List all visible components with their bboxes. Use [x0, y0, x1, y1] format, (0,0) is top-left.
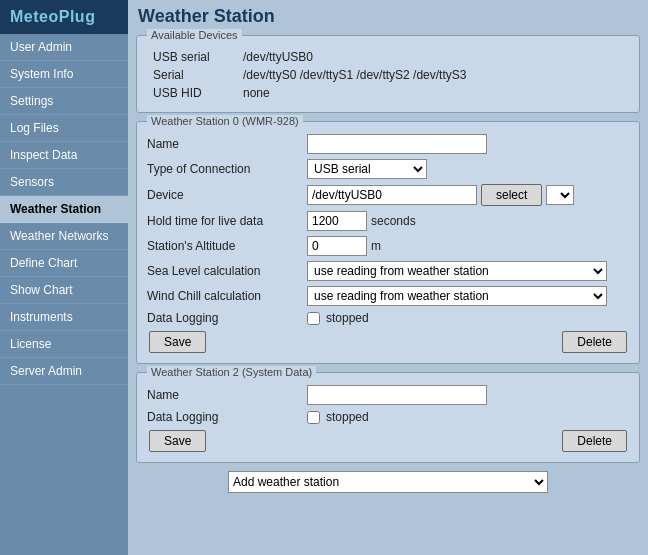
station0-sealevel-control: use reading from weather station — [307, 261, 607, 281]
station0-logging-control: stopped — [307, 311, 369, 325]
station0-device-row: Device select — [147, 184, 629, 206]
device-type: USB serial — [147, 48, 237, 66]
station0-altitude-input[interactable] — [307, 236, 367, 256]
sidebar-item-server-admin[interactable]: Server Admin — [0, 358, 128, 385]
logo: MeteoPlug — [0, 0, 128, 34]
station2-name-control — [307, 385, 487, 405]
available-devices-content: USB serial/dev/ttyUSB0Serial/dev/ttyS0 /… — [147, 48, 629, 102]
station0-logging-label: Data Logging — [147, 311, 307, 325]
sidebar-item-user-admin[interactable]: User Admin — [0, 34, 128, 61]
sidebar-item-define-chart[interactable]: Define Chart — [0, 250, 128, 277]
sidebar-item-weather-networks[interactable]: Weather Networks — [0, 223, 128, 250]
sidebar-item-inspect-data[interactable]: Inspect Data — [0, 142, 128, 169]
station0-name-row: Name — [147, 134, 629, 154]
device-row: USB serial/dev/ttyUSB0 — [147, 48, 629, 66]
available-devices-legend: Available Devices — [147, 29, 242, 41]
station2-logging-row: Data Logging stopped — [147, 410, 629, 424]
sidebar-item-sensors[interactable]: Sensors — [0, 169, 128, 196]
main-content: Weather Station Available Devices USB se… — [128, 0, 648, 555]
station0-connection-select[interactable]: USB serial Serial USB HID — [307, 159, 427, 179]
station0-connection-label: Type of Connection — [147, 162, 307, 176]
station0-connection-row: Type of Connection USB serial Serial USB… — [147, 159, 629, 179]
station0-windchill-control: use reading from weather station — [307, 286, 607, 306]
station2-logging-label: Data Logging — [147, 410, 307, 424]
station0-sealevel-select[interactable]: use reading from weather station — [307, 261, 607, 281]
station2-name-row: Name — [147, 385, 629, 405]
sidebar-item-weather-station[interactable]: Weather Station — [0, 196, 128, 223]
sidebar-item-license[interactable]: License — [0, 331, 128, 358]
station0-name-input[interactable] — [307, 134, 487, 154]
station0-name-label: Name — [147, 137, 307, 151]
station2-logging-status: stopped — [326, 410, 369, 424]
station0-logging-status: stopped — [326, 311, 369, 325]
available-devices-section: Available Devices USB serial/dev/ttyUSB0… — [136, 35, 640, 113]
station0-btn-row: Save Delete — [147, 331, 629, 353]
sidebar-item-system-info[interactable]: System Info — [0, 61, 128, 88]
station0-save-btn[interactable]: Save — [149, 331, 206, 353]
station0-altitude-unit: m — [371, 239, 381, 253]
sidebar-item-show-chart[interactable]: Show Chart — [0, 277, 128, 304]
add-station-select[interactable]: Add weather station — [228, 471, 548, 493]
station2-content: Name Data Logging stopped Save Delete — [147, 385, 629, 452]
station2-section: Weather Station 2 (System Data) Name Dat… — [136, 372, 640, 463]
station0-device-label: Device — [147, 188, 307, 202]
station0-windchill-select[interactable]: use reading from weather station — [307, 286, 607, 306]
station0-hold-label: Hold time for live data — [147, 214, 307, 228]
station0-hold-control: seconds — [307, 211, 416, 231]
station2-delete-btn[interactable]: Delete — [562, 430, 627, 452]
station0-altitude-control: m — [307, 236, 381, 256]
station0-device-select-btn[interactable]: select — [481, 184, 542, 206]
sidebar-item-instruments[interactable]: Instruments — [0, 304, 128, 331]
station0-hold-input[interactable] — [307, 211, 367, 231]
station0-altitude-label: Station's Altitude — [147, 239, 307, 253]
station0-content: Name Type of Connection USB serial Seria… — [147, 134, 629, 353]
page-title: Weather Station — [136, 6, 640, 27]
station0-hold-unit: seconds — [371, 214, 416, 228]
nav-list: User AdminSystem InfoSettingsLog FilesIn… — [0, 34, 128, 385]
station0-windchill-row: Wind Chill calculation use reading from … — [147, 286, 629, 306]
station0-sealevel-label: Sea Level calculation — [147, 264, 307, 278]
device-value: /dev/ttyUSB0 — [237, 48, 629, 66]
station0-logging-checkbox[interactable] — [307, 312, 320, 325]
station0-device-control: select — [307, 184, 574, 206]
station0-device-input[interactable] — [307, 185, 477, 205]
station0-connection-control: USB serial Serial USB HID — [307, 159, 427, 179]
logo-prefix: Meteo — [10, 8, 59, 25]
station2-name-input[interactable] — [307, 385, 487, 405]
device-row: USB HIDnone — [147, 84, 629, 102]
device-row: Serial/dev/ttyS0 /dev/ttyS1 /dev/ttyS2 /… — [147, 66, 629, 84]
station2-save-btn[interactable]: Save — [149, 430, 206, 452]
station0-device-dropdown[interactable] — [546, 185, 574, 205]
station0-altitude-row: Station's Altitude m — [147, 236, 629, 256]
station0-hold-row: Hold time for live data seconds — [147, 211, 629, 231]
sidebar-item-settings[interactable]: Settings — [0, 88, 128, 115]
devices-table: USB serial/dev/ttyUSB0Serial/dev/ttyS0 /… — [147, 48, 629, 102]
station0-windchill-label: Wind Chill calculation — [147, 289, 307, 303]
station2-name-label: Name — [147, 388, 307, 402]
add-station-row: Add weather station — [136, 471, 640, 493]
logo-suffix: Plug — [59, 8, 96, 25]
device-value: /dev/ttyS0 /dev/ttyS1 /dev/ttyS2 /dev/tt… — [237, 66, 629, 84]
station0-section: Weather Station 0 (WMR-928) Name Type of… — [136, 121, 640, 364]
device-type: USB HID — [147, 84, 237, 102]
station2-logging-control: stopped — [307, 410, 369, 424]
device-type: Serial — [147, 66, 237, 84]
station0-name-control — [307, 134, 487, 154]
station2-legend: Weather Station 2 (System Data) — [147, 366, 316, 378]
station2-logging-checkbox[interactable] — [307, 411, 320, 424]
station2-btn-row: Save Delete — [147, 430, 629, 452]
station0-sealevel-row: Sea Level calculation use reading from w… — [147, 261, 629, 281]
sidebar: MeteoPlug User AdminSystem InfoSettingsL… — [0, 0, 128, 555]
station0-delete-btn[interactable]: Delete — [562, 331, 627, 353]
station0-logging-row: Data Logging stopped — [147, 311, 629, 325]
station0-legend: Weather Station 0 (WMR-928) — [147, 115, 303, 127]
device-value: none — [237, 84, 629, 102]
sidebar-item-log-files[interactable]: Log Files — [0, 115, 128, 142]
